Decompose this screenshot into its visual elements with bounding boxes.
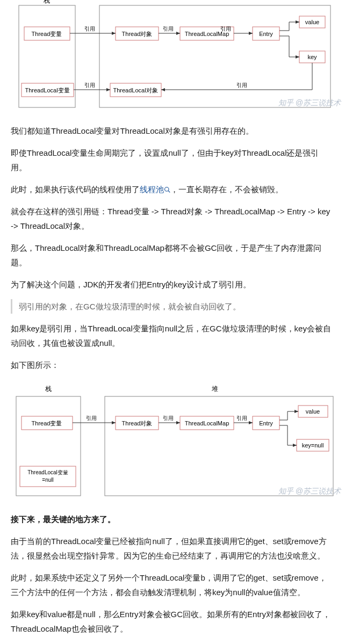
svg-text:ThreadLocal对象: ThreadLocal对象 [113,87,157,93]
para: 此时，如果系统中还定义了另外一个ThreadLocal变量b，调用了它的get、… [11,570,334,599]
svg-text:引用: 引用 [163,415,174,421]
svg-text:ThreadLocal变量: ThreadLocal变量 [27,469,68,475]
svg-text:引用: 引用 [84,82,95,88]
svg-text:key=null: key=null [302,442,324,448]
para: 即使ThreadLocal变量生命周期完了，设置成null了，但由于key对Th… [11,146,334,175]
para-bold: 接下来，最关键的地方来了。 [11,512,334,526]
svg-text:Entry: Entry [259,31,273,37]
para: 如果key和value都是null，那么Entry对象会被GC回收。如果所有的E… [11,607,334,636]
svg-line-29 [168,191,170,192]
svg-text:引用: 引用 [163,26,174,32]
text: ，一直长期存在，不会被销毁。 [170,185,283,194]
search-icon [164,186,170,193]
link-threadpool[interactable]: 线程池 [140,185,164,194]
para: 为了解决这个问题，JDK的开发者们把Entry的key设计成了弱引用。 [11,277,334,292]
svg-text:引用: 引用 [84,26,95,32]
svg-text:value: value [306,408,320,415]
para: 那么，ThreadLocal对象和ThreadLocalMap都将不会被GC回收… [11,241,334,270]
svg-text:Thread变量: Thread变量 [32,420,62,426]
svg-text:Thread变量: Thread变量 [32,31,62,37]
svg-text:Thread对象: Thread对象 [122,31,153,37]
article-body: 我们都知道ThreadLocal变量对ThreadLocal对象是有强引用存在的… [0,124,345,372]
para: 就会存在这样的强引用链：Thread变量 -> Thread对象 -> Thre… [11,204,334,233]
svg-text:key: key [307,54,317,60]
svg-text:ThreadLocal变量: ThreadLocal变量 [25,87,69,93]
svg-text:value: value [305,19,319,25]
para: 我们都知道ThreadLocal变量对ThreadLocal对象是有强引用存在的… [11,124,334,138]
svg-point-28 [165,187,169,192]
svg-text:栈: 栈 [43,0,50,4]
article-body-2: 接下来，最关键的地方来了。 由于当前的ThreadLocal变量已经被指向nul… [0,512,345,644]
svg-text:堆: 堆 [211,385,218,393]
svg-text:栈: 栈 [45,385,52,393]
svg-text:引用: 引用 [86,415,97,421]
blockquote: 弱引用的对象，在GC做垃圾清理的时候，就会被自动回收了。 [11,299,334,314]
diagram-1: 栈 Thread变量 ThreadLocal变量 Thread对象 Thread… [0,0,345,113]
para: 如果key是弱引用，当ThreadLocal变量指向null之后，在GC做垃圾清… [11,321,334,350]
svg-text:Entry: Entry [259,420,273,426]
para: 由于当前的ThreadLocal变量已经被指向null了，但如果直接调用它的ge… [11,534,334,563]
svg-text:引用: 引用 [236,82,247,88]
svg-text:引用: 引用 [236,415,247,421]
svg-text:ThreadLocalMap: ThreadLocalMap [185,420,229,426]
svg-text:Thread对象: Thread对象 [122,420,153,426]
para: 此时，如果执行该代码的线程使用了线程池，一直长期存在，不会被销毁。 [11,182,334,197]
text: 此时，如果执行该代码的线程使用了 [11,185,140,194]
para: 如下图所示： [11,358,334,372]
svg-text:引用: 引用 [220,26,231,32]
svg-text:=null: =null [42,477,53,483]
diagram-2: 栈 堆 Thread变量 ThreadLocal变量 =null Thread对… [0,383,345,501]
